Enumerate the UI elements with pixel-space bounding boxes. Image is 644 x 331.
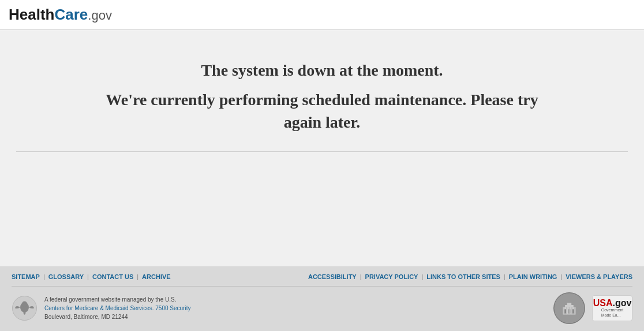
footer-link-contact[interactable]: CONTACT US xyxy=(92,273,133,280)
footer-link-archive[interactable]: ARCHIVE xyxy=(142,273,171,280)
sep4: | xyxy=(360,273,362,280)
svg-rect-6 xyxy=(567,303,571,306)
error-title: The system is down at the moment. xyxy=(91,59,553,81)
logo-care-word: Care xyxy=(54,6,88,23)
footer-address: A federal government website managed by … xyxy=(44,295,190,321)
hhs-logo-icon xyxy=(12,295,38,321)
usagov-text: USA.gov xyxy=(593,299,632,308)
logo-gov-word: .gov xyxy=(88,8,112,23)
content-divider xyxy=(16,151,628,152)
site-footer: SITEMAP | GLOSSARY | CONTACT US | ARCHIV… xyxy=(0,266,644,331)
svg-rect-10 xyxy=(563,307,564,315)
address-line2: Centers for Medicare & Medicaid Services… xyxy=(44,305,190,311)
footer-bottom: A federal government website managed by … xyxy=(12,292,632,324)
error-message-container: The system is down at the moment. We're … xyxy=(91,59,553,134)
whitehouse-seal-icon xyxy=(553,292,585,324)
footer-nav: SITEMAP | GLOSSARY | CONTACT US | ARCHIV… xyxy=(12,273,632,287)
svg-rect-14 xyxy=(574,307,575,315)
main-content: The system is down at the moment. We're … xyxy=(0,30,644,266)
address-line1: A federal government website managed by … xyxy=(44,296,176,303)
error-subtitle: We're currently performing scheduled mai… xyxy=(91,88,553,133)
footer-link-viewers[interactable]: VIEWERS & PLAYERS xyxy=(566,273,632,280)
footer-link-plain-writing[interactable]: PLAIN WRITING xyxy=(509,273,557,280)
footer-link-accessibility[interactable]: ACCESSIBILITY xyxy=(308,273,357,280)
sep6: | xyxy=(504,273,506,280)
footer-link-glossary[interactable]: GLOSSARY xyxy=(48,273,84,280)
sep2: | xyxy=(87,273,89,280)
usa-text: USA xyxy=(593,298,613,308)
site-logo[interactable]: HealthCare.gov xyxy=(9,6,112,24)
site-header: HealthCare.gov xyxy=(0,0,644,30)
footer-left-section: A federal government website managed by … xyxy=(12,295,190,321)
footer-link-privacy[interactable]: PRIVACY POLICY xyxy=(365,273,418,280)
footer-nav-right: ACCESSIBILITY | PRIVACY POLICY | LINKS T… xyxy=(308,273,632,280)
usagov-badge-icon[interactable]: USA.gov GovernmentMade Ea... xyxy=(592,295,632,321)
sep3: | xyxy=(137,273,138,280)
dot-gov-text: .gov xyxy=(612,298,631,308)
sep7: | xyxy=(560,273,562,280)
logo-health-text: HealthCare.gov xyxy=(9,6,112,23)
footer-link-other-sites[interactable]: LINKS TO OTHER SITES xyxy=(426,273,500,280)
footer-nav-left: SITEMAP | GLOSSARY | CONTACT US | ARCHIV… xyxy=(12,273,171,280)
svg-rect-11 xyxy=(566,307,567,315)
address-line3: Boulevard, Baltimore, MD 21244 xyxy=(44,314,128,320)
sep1: | xyxy=(43,273,45,280)
address-link[interactable]: Centers for Medicare & Medicaid Services… xyxy=(44,305,190,311)
footer-right-section: USA.gov GovernmentMade Ea... xyxy=(553,292,632,324)
usagov-subtext: GovernmentMade Ea... xyxy=(601,308,624,318)
svg-point-2 xyxy=(22,302,27,307)
footer-link-sitemap[interactable]: SITEMAP xyxy=(12,273,40,280)
logo-health-word: Health xyxy=(9,6,54,23)
svg-rect-13 xyxy=(571,307,572,315)
sep5: | xyxy=(421,273,423,280)
svg-rect-12 xyxy=(569,307,570,315)
